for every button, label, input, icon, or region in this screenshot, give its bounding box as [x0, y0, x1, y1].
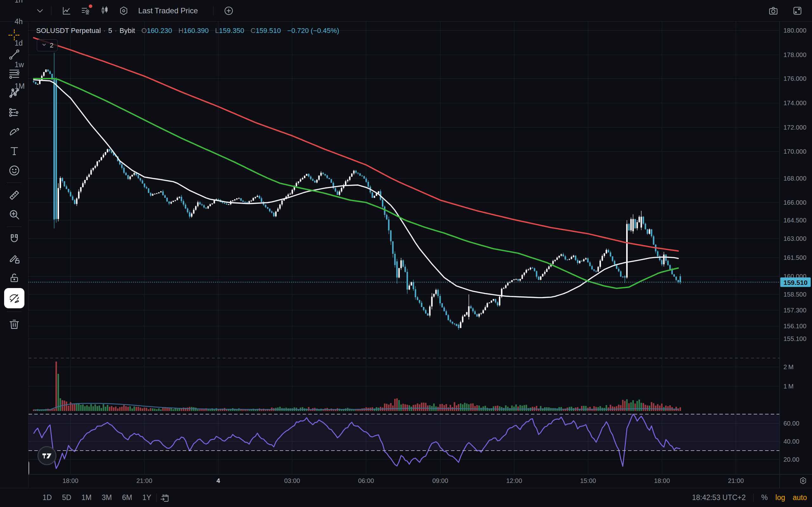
- chevron-down-icon: [41, 42, 47, 49]
- svg-text:1 M: 1 M: [783, 383, 794, 390]
- text-tool[interactable]: [5, 141, 24, 161]
- timeframe-group: 1m5m15m1h4h1d1w1M: [9, 0, 34, 97]
- timeframe-1M[interactable]: 1M: [9, 75, 34, 97]
- toolbar-divider: [213, 6, 213, 15]
- svg-text:12:00: 12:00: [506, 477, 522, 484]
- minimize-button[interactable]: [790, 3, 805, 18]
- go-to-date-button[interactable]: [160, 493, 169, 503]
- collapsed-indicators-chip[interactable]: 2: [37, 39, 58, 51]
- last-price-badge: 159.510: [780, 278, 811, 287]
- svg-text:18:00: 18:00: [62, 477, 78, 484]
- legend-separator: ·: [101, 26, 108, 35]
- svg-text:168.000: 168.000: [783, 175, 806, 182]
- legend-separator: ·: [112, 26, 119, 35]
- chart-style-button[interactable]: [59, 3, 74, 18]
- svg-text:157.300: 157.300: [783, 307, 806, 314]
- date-range-group: 1D5D1M3M6M1Y: [38, 493, 156, 502]
- svg-text:166.000: 166.000: [783, 199, 806, 206]
- time-axis[interactable]: 18:0021:00403:0006:0009:0012:0015:0018:0…: [62, 477, 744, 484]
- topbar-right-group: [766, 3, 812, 18]
- svg-text:158.500: 158.500: [783, 291, 806, 298]
- chart-canvas[interactable]: 180.000178.000176.000174.000172.000170.0…: [0, 0, 812, 507]
- svg-text:4: 4: [216, 477, 220, 484]
- price-source-dropdown[interactable]: Last Traded Price: [133, 6, 207, 15]
- change-value: −0.720 (−0.45%): [287, 26, 339, 35]
- svg-text:159.510: 159.510: [783, 279, 808, 286]
- svg-text:21:00: 21:00: [728, 477, 744, 484]
- toolbar-divider: [753, 494, 754, 502]
- emoji-tool[interactable]: [5, 161, 24, 180]
- chart-tools-group: [57, 3, 133, 18]
- add-symbol-button[interactable]: [221, 3, 236, 18]
- hidden-indicator-count: 2: [50, 42, 54, 49]
- svg-text:20.00: 20.00: [783, 456, 799, 463]
- top-toolbar: 1m5m15m1h4h1d1w1M Last Traded Price: [0, 0, 812, 21]
- toolbar-divider: [156, 494, 157, 502]
- clock-timezone[interactable]: 18:42:53 UTC+2: [692, 493, 746, 502]
- ma-green-line: [34, 78, 678, 288]
- svg-text:163.000: 163.000: [783, 235, 806, 242]
- svg-text:164.500: 164.500: [783, 217, 806, 224]
- svg-text:06:00: 06:00: [358, 477, 374, 484]
- open-label: O: [142, 26, 147, 35]
- svg-text:174.000: 174.000: [783, 100, 806, 107]
- settings-button[interactable]: [116, 3, 131, 18]
- close-label: C: [251, 26, 256, 35]
- symbol-interval: 5: [108, 26, 112, 35]
- tradingview-logo[interactable]: [38, 446, 56, 465]
- range-6M[interactable]: 6M: [117, 493, 137, 502]
- toolbar-divider: [7, 182, 21, 183]
- timeframe-1d[interactable]: 1d: [9, 32, 34, 54]
- ruler-tool[interactable]: [5, 185, 24, 205]
- auto-scale-toggle[interactable]: auto: [793, 493, 807, 502]
- high-value: 160.390: [183, 26, 209, 35]
- timeframe-1w[interactable]: 1w: [9, 54, 34, 75]
- svg-text:60.00: 60.00: [783, 420, 799, 427]
- svg-text:172.000: 172.000: [783, 124, 806, 131]
- timeframe-4h[interactable]: 4h: [9, 11, 34, 32]
- ma-red-line: [34, 38, 678, 251]
- log-scale-toggle[interactable]: log: [775, 493, 785, 502]
- chart-legend[interactable]: SOLUSDT Perpetual·5·Bybit O160.230 H160.…: [36, 26, 339, 35]
- svg-text:180.000: 180.000: [783, 27, 806, 34]
- trading-app: 180.000178.000176.000174.000172.000170.0…: [0, 0, 812, 507]
- low-label: L: [215, 26, 219, 35]
- svg-text:176.000: 176.000: [783, 75, 806, 82]
- svg-text:156.100: 156.100: [783, 323, 806, 330]
- range-1D[interactable]: 1D: [38, 493, 57, 502]
- range-3M[interactable]: 3M: [97, 493, 117, 502]
- svg-text:170.000: 170.000: [783, 148, 806, 155]
- camera-button[interactable]: [766, 3, 781, 18]
- svg-text:09:00: 09:00: [432, 477, 448, 484]
- toolbar-divider: [7, 227, 21, 227]
- lock-tool[interactable]: [5, 268, 24, 287]
- rsi-band: [29, 414, 780, 451]
- drawing-lock-tool[interactable]: [5, 249, 24, 268]
- hide-drawings-tool[interactable]: [4, 288, 24, 308]
- candles-layer: [33, 53, 681, 330]
- magnet-tool[interactable]: [5, 229, 24, 249]
- projection-tool[interactable]: [5, 103, 24, 122]
- trash-tool[interactable]: [5, 314, 24, 334]
- low-value: 159.350: [219, 26, 244, 35]
- notification-dot: [89, 4, 92, 8]
- time-axis-settings-button[interactable]: [796, 475, 810, 486]
- open-value: 160.230: [147, 26, 172, 35]
- candles-button[interactable]: [97, 3, 112, 18]
- brush-tool[interactable]: [5, 122, 24, 141]
- indicators-button[interactable]: [78, 3, 93, 18]
- high-label: H: [179, 26, 184, 35]
- svg-text:178.000: 178.000: [783, 51, 806, 58]
- range-5D[interactable]: 5D: [57, 493, 76, 502]
- timeframe-1h[interactable]: 1h: [9, 0, 34, 11]
- price-axis[interactable]: 180.000178.000176.000174.000172.000170.0…: [783, 27, 806, 463]
- symbol-name: SOLUSDT Perpetual: [36, 26, 101, 35]
- range-1M[interactable]: 1M: [77, 493, 97, 502]
- zoom-in-tool[interactable]: [5, 205, 24, 224]
- timeframe-dropdown-chevron-icon[interactable]: [35, 6, 45, 15]
- percent-scale-toggle[interactable]: %: [761, 493, 768, 502]
- range-1Y[interactable]: 1Y: [137, 493, 156, 502]
- svg-text:40.00: 40.00: [783, 438, 799, 445]
- close-value: 159.510: [256, 26, 281, 35]
- svg-text:03:00: 03:00: [284, 477, 300, 484]
